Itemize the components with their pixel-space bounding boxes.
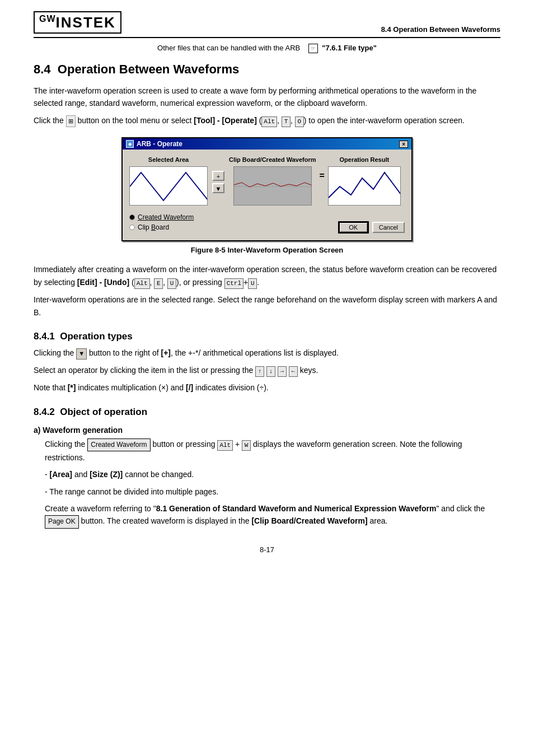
- clipboard-label: Clip Board: [138, 223, 169, 231]
- plus-label: [+]: [161, 348, 171, 357]
- div-label: [/]: [186, 383, 193, 392]
- page-number: 8-17: [34, 545, 500, 554]
- clipboard-col: Clip Board/Created Waveform: [229, 156, 316, 206]
- dialog-title-left: ◈ ARB - Operate: [126, 140, 182, 148]
- clipboard-radio[interactable]: Clip Board: [129, 223, 194, 231]
- page-header: GWINSTEK 8.4 Operation Between Waveforms: [34, 11, 500, 38]
- u-key: U: [167, 278, 176, 290]
- result-col: Operation Result: [328, 156, 401, 206]
- alt-key3: Alt: [217, 440, 233, 451]
- sub-a-bullet1: - [Area] and [Size (Z)] cannot be change…: [45, 468, 500, 480]
- dialog-titlebar: ◈ ARB - Operate ×: [123, 138, 411, 150]
- sub-a-body2: Create a waveform referring to "8.1 Gene…: [45, 502, 500, 529]
- logo: GWINSTEK: [34, 11, 121, 34]
- right-key: →: [278, 366, 287, 377]
- sub-a-body1: Clicking the Created Waveform button or …: [45, 438, 500, 464]
- tool-icon: ⊞: [66, 115, 76, 128]
- dialog-close-button[interactable]: ×: [399, 141, 408, 148]
- t-key: T: [282, 116, 291, 128]
- created-waveform-btn-inline[interactable]: Created Waveform: [87, 438, 150, 451]
- dialog-columns: Selected Area + ▼ Clip: [129, 156, 405, 206]
- dialog-app-icon: ◈: [126, 140, 134, 148]
- dialog-body: Selected Area + ▼ Clip: [123, 150, 411, 240]
- section-8-4-1-body1: Clicking the ▼ button to the right of [+…: [34, 347, 500, 360]
- size-label: [Size (Z)]: [90, 470, 123, 479]
- page-ok-btn-inline[interactable]: Page OK: [45, 515, 79, 528]
- section-8-4-body2: Click the ⊞ button on the tool menu or s…: [34, 114, 500, 128]
- section-8-4-1-title: 8.4.1 Operation types: [34, 331, 500, 342]
- alt-key: Alt: [261, 116, 277, 128]
- equals-sign: =: [316, 171, 327, 181]
- u-key2: U: [248, 278, 257, 290]
- std-waveform-ref: 8.1 Generation of Standard Waveform and …: [156, 504, 437, 513]
- left-key: ←: [289, 366, 298, 377]
- after-fig-para2: Inter-waveform operations are in the sel…: [34, 293, 500, 319]
- section-header: 8.4 Operation Between Waveforms: [381, 25, 500, 34]
- sub-a-bullet2: - The range cannot be divided into multi…: [45, 486, 500, 498]
- sub-a-title: a) Waveform generation: [34, 426, 500, 435]
- e-key: E: [154, 278, 163, 290]
- col2-header: Clip Board/Created Waveform: [229, 156, 316, 163]
- section-8-4-body1: The inter-waveform operation screen is u…: [34, 85, 500, 110]
- o-key: O: [295, 116, 304, 128]
- ref-line: Other files that can be handled with the…: [34, 44, 500, 53]
- tool-operate-label: [Tool] - [Operate]: [194, 116, 257, 125]
- ok-button[interactable]: OK: [338, 221, 369, 234]
- arb-operate-dialog: ◈ ARB - Operate × Selected Area: [121, 137, 413, 241]
- dialog-figure-wrapper: ◈ ARB - Operate × Selected Area: [34, 137, 500, 241]
- up-key: ↑: [255, 366, 264, 377]
- clipboard-radio-circle: [129, 225, 135, 230]
- alt-key2: Alt: [134, 278, 150, 290]
- col3-header: Operation Result: [340, 156, 390, 163]
- after-fig-para: Immediately after creating a waveform on…: [34, 263, 500, 289]
- dialog-bottom-row: Created Waveform Clip Board OK Cancel: [129, 211, 405, 234]
- selected-area-col: Selected Area: [129, 156, 208, 206]
- dialog-bottom-left: Created Waveform Clip Board: [129, 213, 194, 231]
- cancel-button[interactable]: Cancel: [372, 222, 405, 233]
- selected-area-wave: [129, 166, 208, 206]
- col1-header: Selected Area: [148, 156, 189, 163]
- area-label: [Area]: [50, 470, 72, 479]
- created-waveform-label: Created Waveform: [138, 213, 194, 221]
- figure-caption: Figure 8-5 Inter-Waveform Operation Scre…: [34, 246, 500, 254]
- section-8-4-1-body2: Select an operator by clicking the item …: [34, 364, 500, 377]
- operator-col: + ▼: [208, 171, 229, 193]
- mult-label: [*]: [68, 383, 76, 392]
- result-wave: [328, 166, 401, 206]
- ref-text-before: Other files that can be handled with the…: [157, 44, 300, 52]
- dialog-bottom-right: OK Cancel: [338, 221, 405, 234]
- created-waveform-radio[interactable]: Created Waveform: [129, 213, 194, 221]
- created-waveform-radio-circle: [129, 214, 135, 220]
- ctrl-key: Ctrl: [224, 278, 243, 290]
- section-8-4-title: 8.4 Operation Between Waveforms: [34, 62, 500, 77]
- dropdown-icon: ▼: [76, 348, 87, 360]
- plus-operator-btn[interactable]: +: [212, 171, 224, 181]
- edit-undo-label: [Edit] - [Undo]: [77, 278, 129, 287]
- ref-icon: ☞: [308, 44, 318, 53]
- dropdown-operator-btn[interactable]: ▼: [212, 183, 224, 193]
- section-8-4-2-title: 8.4.2 Object of operation: [34, 407, 500, 418]
- down-key: ↓: [266, 366, 275, 377]
- ref-link: "7.6.1 File type": [322, 44, 377, 52]
- section-8-4-1-body3: Note that [*] indicates multiplication (…: [34, 381, 500, 394]
- dialog-title-text: ARB - Operate: [137, 140, 182, 148]
- w-key: W: [242, 440, 251, 451]
- clipboard-wave: [233, 166, 312, 206]
- clipboard-area-ref: [Clip Board/Created Waveform]: [251, 516, 367, 525]
